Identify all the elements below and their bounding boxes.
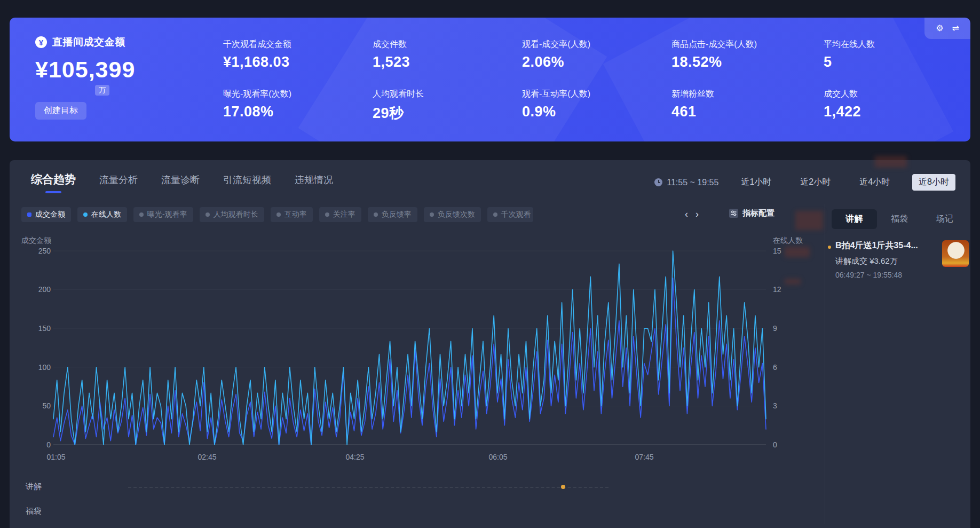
tab-violations[interactable]: 违规情况 [295,174,333,186]
metric-cell: 平均在线人数 5 [824,39,952,89]
metric-label: 新增粉丝数 [671,89,824,100]
scroll-left-icon[interactable]: ‹ [685,209,688,219]
gear-icon[interactable]: ⚙ [936,24,943,33]
metric-value: 461 [671,104,824,120]
y-right-tick: 0 [773,440,777,449]
y-right-tick: 6 [773,363,777,372]
metric-value: 5 [824,54,952,70]
gray-dot-icon [139,212,144,217]
metric-value: 17.08% [223,104,373,120]
pill-online-users[interactable]: 在线人数 [77,207,127,222]
pill-avg-watch-time[interactable]: 人均观看时长 [200,207,264,222]
metric-label: 观看-互动率(人数) [522,89,671,100]
y-right-tick: 9 [773,324,777,333]
metric-cell: 千次观看成交金额 ¥1,168.03 [223,39,373,89]
banner-unit-badge: 万 [95,85,109,96]
y-left-tick: 100 [19,363,51,372]
sliders-icon [729,209,738,218]
summary-banner: ⚙ ⇌ ¥ 直播间成交金额 ¥105,399 万 创建目标 千次观看成交金额 ¥… [10,18,970,141]
metric-value: 1,523 [373,54,522,70]
gray-dot-icon [325,212,329,217]
pill-negative-feedback-count[interactable]: 负反馈次数 [424,207,481,222]
banner-main-metric: ¥ 直播间成交金额 ¥105,399 万 创建目标 [35,33,135,120]
pill-label: 负反馈次数 [438,210,475,219]
metric-value: 2.06% [522,54,671,70]
metric-pills: 成交金额 在线人数 曝光-观看率 人均观看时长 互动率 关注率 [21,207,683,222]
x-tick: 02:45 [197,453,216,461]
tab-traffic-diagnosis[interactable]: 流量诊断 [161,174,200,186]
metric-value: 1,422 [824,104,952,120]
gray-dot-icon [206,212,210,217]
y-left-tick: 0 [19,440,51,449]
side-panel-divider [825,204,825,524]
pill-label: 曝光-观看率 [147,210,187,219]
side-tab-log[interactable]: 场记 [922,209,967,229]
blur-artifact [795,211,823,230]
y-left-tick: 150 [19,324,51,333]
banner-corner-actions: ⚙ ⇌ [924,18,970,39]
pill-follow-rate[interactable]: 关注率 [319,207,361,222]
trend-chart-svg [53,251,766,445]
pill-exposure-view-rate[interactable]: 曝光-观看率 [133,207,193,222]
metric-value: 29秒 [373,104,522,123]
left-axis-title: 成交金额 [21,236,51,246]
create-goal-button[interactable]: 创建目标 [35,102,86,120]
trend-panel: 综合趋势 流量分析 流量诊断 引流短视频 违规情况 11:55 ~ 19:55 … [10,160,970,528]
swap-icon[interactable]: ⇌ [952,24,959,33]
pill-scroller: ‹ › [685,209,699,219]
banner-metrics-grid: 千次观看成交金额 ¥1,168.03 成交件数 1,523 观看-成交率(人数)… [223,39,965,138]
product-thumbnail[interactable] [942,240,969,267]
pill-per-thousand-views[interactable]: 千次观看 [487,207,533,222]
metric-cell: 观看-互动率(人数) 0.9% [522,89,671,138]
gray-dot-icon [276,212,281,217]
pill-interaction-rate[interactable]: 互动率 [271,207,313,222]
gray-dot-icon [430,212,434,217]
pill-label: 在线人数 [91,210,121,219]
metric-cell: 人均观看时长 29秒 [373,89,522,138]
tab-overall-trend[interactable]: 综合趋势 [31,172,76,187]
metric-cell: 新增粉丝数 461 [671,89,824,138]
trend-chart[interactable] [53,251,766,445]
x-tick: 04:25 [345,453,364,461]
time-range-display: 11:55 ~ 19:55 [667,178,718,187]
metric-cell: 成交件数 1,523 [373,39,522,89]
side-tab-luckybag[interactable]: 福袋 [877,209,922,229]
metric-label: 千次观看成交金额 [223,39,373,50]
tab-short-video[interactable]: 引流短视频 [223,174,271,186]
explain-time-range: 06:49:27 ~ 19:55:48 [835,271,973,279]
time-range-bar: 11:55 ~ 19:55 近1小时 近2小时 近4小时 近8小时 [654,174,955,191]
pill-negative-feedback-rate[interactable]: 负反馈率 [368,207,417,222]
pill-label: 人均观看时长 [214,210,258,219]
metric-cell: 观看-成交率(人数) 2.06% [522,39,671,89]
scroll-right-icon[interactable]: › [696,209,699,219]
metric-label: 观看-成交率(人数) [522,39,671,50]
explain-list-item[interactable]: B拍4斤送1斤共35-4... 讲解成交 ¥3.62万 06:49:27 ~ 1… [828,240,973,279]
clock-icon [654,178,662,186]
range-4h-button[interactable]: 近4小时 [853,174,896,191]
tab-traffic-analysis[interactable]: 流量分析 [99,174,138,186]
y-left-tick: 200 [19,285,51,294]
x-tick: 06:05 [488,453,507,461]
range-8h-button[interactable]: 近8小时 [912,174,955,191]
side-panel-tabs: 讲解 福袋 场记 [832,209,967,229]
banner-title: 直播间成交金额 [52,35,125,49]
metric-config-label: 指标配置 [742,208,774,218]
pill-label: 互动率 [284,210,307,219]
pill-label: 千次观看 [501,210,531,219]
marker-row-luckybag-label: 福袋 [26,506,42,516]
product-title[interactable]: B拍4斤送1斤共35-4... [835,240,930,251]
explain-marker-line [128,487,608,488]
metric-cell: 商品点击-成交率(人数) 18.52% [671,39,824,89]
explain-marker-dot[interactable] [561,485,565,489]
pill-label: 成交金额 [35,210,65,219]
metric-label: 平均在线人数 [824,39,952,50]
pill-gmv[interactable]: 成交金额 [21,207,71,222]
banner-main-value: ¥105,399 [35,57,135,83]
side-tab-explain[interactable]: 讲解 [832,209,877,229]
metric-value: 18.52% [671,54,824,70]
metric-config-button[interactable]: 指标配置 [729,208,774,218]
metric-value: 0.9% [522,104,671,120]
metric-label: 成交件数 [373,39,522,50]
range-1h-button[interactable]: 近1小时 [734,174,778,191]
range-2h-button[interactable]: 近2小时 [794,174,837,191]
